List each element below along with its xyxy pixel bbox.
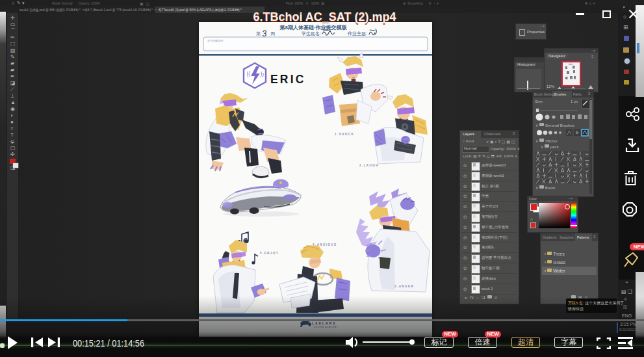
svg-text:5.ENJOY: 5.ENJOY bbox=[260, 252, 279, 255]
svg-text:⌗: ⌗ bbox=[10, 126, 14, 131]
svg-text:⊥: ⊥ bbox=[10, 93, 15, 99]
svg-text:▢: ▢ bbox=[10, 145, 16, 151]
svg-text:▨: ▨ bbox=[10, 47, 16, 53]
svg-text:▰: ▰ bbox=[10, 67, 15, 73]
svg-text:周: 周 bbox=[270, 31, 275, 36]
svg-text:▰: ▰ bbox=[10, 60, 15, 66]
svg-text:◪: ◪ bbox=[10, 80, 16, 86]
svg-text:◉: ◉ bbox=[10, 106, 15, 112]
svg-text:作业主题:: 作业主题: bbox=[347, 31, 367, 36]
svg-text:✂: ✂ bbox=[10, 34, 15, 40]
svg-text:✣: ✣ bbox=[10, 152, 15, 157]
svg-text:⬚: ⬚ bbox=[10, 41, 16, 47]
svg-text:ERIC: ERIC bbox=[270, 73, 306, 86]
svg-text:✎: ✎ bbox=[10, 54, 15, 60]
svg-text:⟋: ⟋ bbox=[10, 86, 14, 92]
svg-text:✒: ✒ bbox=[10, 73, 15, 79]
svg-text:3.ANGER: 3.ANGER bbox=[394, 285, 414, 288]
svg-text:T: T bbox=[10, 132, 14, 138]
svg-text:第8期人体基础·作业提交模版: 第8期人体基础·作业提交模版 bbox=[279, 25, 347, 31]
svg-text:⬙: ⬙ bbox=[10, 139, 15, 144]
svg-text:⌒: ⌒ bbox=[10, 28, 16, 34]
svg-text:▲: ▲ bbox=[10, 99, 16, 105]
svg-text:●: ● bbox=[10, 119, 14, 125]
svg-text:◗: ◗ bbox=[10, 112, 14, 118]
svg-text:第: 第 bbox=[256, 31, 261, 36]
svg-text:2.LAUGH: 2.LAUGH bbox=[359, 164, 379, 167]
svg-text:1.SHOCK: 1.SHOCK bbox=[335, 133, 354, 136]
svg-text:学生姓名:: 学生姓名: bbox=[302, 31, 321, 36]
svg-text:4.ANXIOUS: 4.ANXIOUS bbox=[313, 243, 337, 246]
